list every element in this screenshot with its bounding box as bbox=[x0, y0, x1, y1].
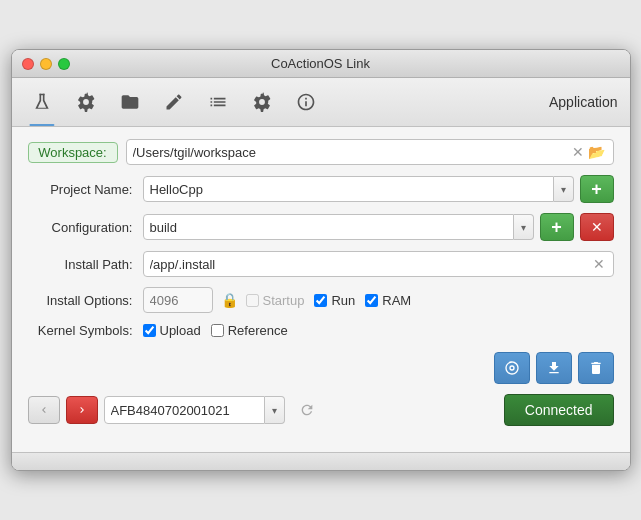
toolbar-settings2[interactable] bbox=[244, 84, 280, 120]
add-project-button[interactable]: + bbox=[580, 175, 614, 203]
project-name-row: Project Name: HelloCpp ▾ + bbox=[28, 175, 614, 203]
configuration-label: Configuration: bbox=[28, 220, 143, 235]
install-options-input[interactable] bbox=[143, 287, 213, 313]
reference-checkbox[interactable] bbox=[211, 324, 224, 337]
install-path-input[interactable] bbox=[150, 257, 591, 272]
target-button[interactable] bbox=[494, 352, 530, 384]
kernel-symbols-label: Kernel Symbols: bbox=[28, 323, 143, 338]
download-button[interactable] bbox=[536, 352, 572, 384]
minimize-button[interactable] bbox=[40, 58, 52, 70]
trash-icon bbox=[588, 360, 604, 376]
folder-icon bbox=[120, 92, 140, 112]
startup-checkbox[interactable] bbox=[246, 294, 259, 307]
back-button[interactable] bbox=[28, 396, 60, 424]
toolbar-folder[interactable] bbox=[112, 84, 148, 120]
settings2-icon bbox=[252, 92, 272, 112]
forward-button[interactable] bbox=[66, 396, 98, 424]
install-path-input-wrapper: ✕ bbox=[143, 251, 614, 277]
toolbar-list[interactable] bbox=[200, 84, 236, 120]
titlebar: CoActionOS Link bbox=[12, 50, 630, 78]
status-bar bbox=[12, 452, 630, 470]
install-path-row: Install Path: ✕ bbox=[28, 251, 614, 277]
workspace-input[interactable] bbox=[133, 145, 570, 160]
close-button[interactable] bbox=[22, 58, 34, 70]
ram-checkbox-label[interactable]: RAM bbox=[365, 293, 411, 308]
workspace-row: Workspace: ✕ 📂 bbox=[28, 139, 614, 165]
delete-button[interactable] bbox=[578, 352, 614, 384]
device-select[interactable]: AFB4840702001021 bbox=[104, 396, 265, 424]
bottom-row: AFB4840702001021 ▾ Connected bbox=[28, 394, 614, 430]
run-checkbox-label[interactable]: Run bbox=[314, 293, 355, 308]
reference-checkbox-label[interactable]: Reference bbox=[211, 323, 288, 338]
device-arrow[interactable]: ▾ bbox=[265, 396, 285, 424]
gear-icon bbox=[76, 92, 96, 112]
forward-arrow-icon bbox=[76, 404, 88, 416]
add-configuration-button[interactable]: + bbox=[540, 213, 574, 241]
toolbar: Application bbox=[12, 78, 630, 127]
configuration-arrow[interactable]: ▾ bbox=[514, 214, 534, 240]
project-name-select[interactable]: HelloCpp bbox=[143, 176, 554, 202]
clear-icon[interactable]: ✕ bbox=[570, 144, 586, 160]
connected-button[interactable]: Connected bbox=[504, 394, 614, 426]
refresh-button[interactable] bbox=[291, 396, 323, 424]
configuration-select-wrapper: build ▾ bbox=[143, 214, 534, 240]
ram-checkbox[interactable] bbox=[365, 294, 378, 307]
back-arrow-icon bbox=[38, 404, 50, 416]
upload-checkbox-label[interactable]: Upload bbox=[143, 323, 201, 338]
window-controls bbox=[22, 58, 70, 70]
maximize-button[interactable] bbox=[58, 58, 70, 70]
project-name-label: Project Name: bbox=[28, 182, 143, 197]
device-select-wrapper: AFB4840702001021 ▾ bbox=[104, 396, 285, 424]
run-checkbox[interactable] bbox=[314, 294, 327, 307]
form-content: Workspace: ✕ 📂 Project Name: HelloCpp ▾ … bbox=[12, 127, 630, 442]
toolbar-flask[interactable] bbox=[24, 84, 60, 120]
configuration-select[interactable]: build bbox=[143, 214, 514, 240]
upload-checkbox[interactable] bbox=[143, 324, 156, 337]
app-label: Application bbox=[549, 94, 618, 110]
refresh-icon bbox=[299, 402, 315, 418]
project-name-select-wrapper: HelloCpp ▾ bbox=[143, 176, 574, 202]
configuration-row: Configuration: build ▾ + ✕ bbox=[28, 213, 614, 241]
window-title: CoActionOS Link bbox=[271, 56, 370, 71]
download-icon bbox=[546, 360, 562, 376]
main-window: CoActionOS Link bbox=[11, 49, 631, 471]
workspace-label[interactable]: Workspace: bbox=[28, 142, 118, 163]
actions-row bbox=[28, 352, 614, 384]
lock-icon: 🔒 bbox=[221, 292, 238, 308]
toolbar-info[interactable] bbox=[288, 84, 324, 120]
project-name-arrow[interactable]: ▾ bbox=[554, 176, 574, 202]
info-icon bbox=[296, 92, 316, 112]
kernel-symbols-row: Kernel Symbols: Upload Reference bbox=[28, 323, 614, 338]
install-path-clear-icon[interactable]: ✕ bbox=[591, 256, 607, 272]
toolbar-edit[interactable] bbox=[156, 84, 192, 120]
toolbar-gear[interactable] bbox=[68, 84, 104, 120]
install-path-label: Install Path: bbox=[28, 257, 143, 272]
remove-configuration-button[interactable]: ✕ bbox=[580, 213, 614, 241]
edit-icon bbox=[164, 92, 184, 112]
flask-icon bbox=[32, 92, 52, 112]
startup-checkbox-label[interactable]: Startup bbox=[246, 293, 305, 308]
list-icon bbox=[208, 92, 228, 112]
target-icon bbox=[504, 360, 520, 376]
install-options-row: Install Options: 🔒 Startup Run RAM bbox=[28, 287, 614, 313]
browse-icon[interactable]: 📂 bbox=[586, 144, 607, 160]
workspace-input-wrapper: ✕ 📂 bbox=[126, 139, 614, 165]
install-options-label: Install Options: bbox=[28, 293, 143, 308]
